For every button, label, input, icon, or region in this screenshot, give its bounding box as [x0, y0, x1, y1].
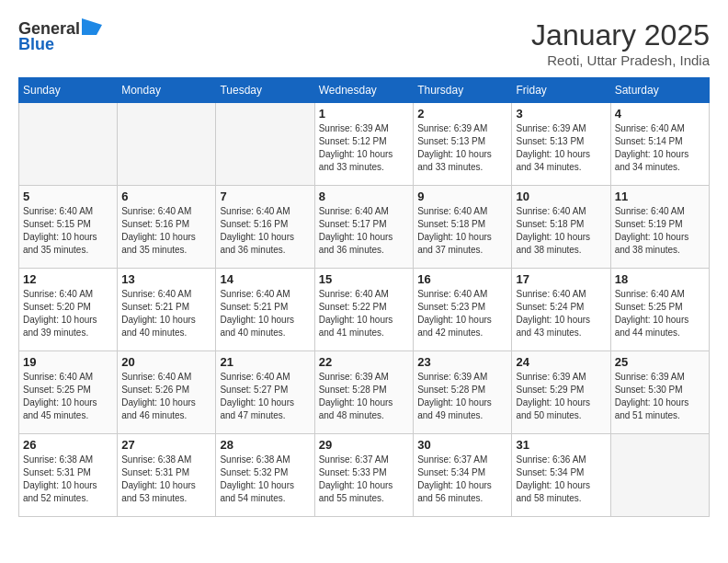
day-number: 8: [319, 190, 410, 203]
day-number: 6: [121, 190, 211, 203]
day-number: 23: [417, 355, 507, 369]
day-number: 25: [615, 355, 705, 369]
day-info: Sunrise: 6:40 AM Sunset: 5:16 PM Dayligh…: [220, 205, 310, 257]
day-number: 13: [121, 272, 211, 286]
calendar-cell: 20Sunrise: 6:40 AM Sunset: 5:26 PM Dayli…: [118, 351, 216, 434]
day-info: Sunrise: 6:38 AM Sunset: 5:32 PM Dayligh…: [220, 454, 310, 505]
day-info: Sunrise: 6:39 AM Sunset: 5:28 PM Dayligh…: [417, 371, 507, 422]
calendar-header-wednesday: Wednesday: [314, 78, 414, 103]
calendar-cell: 9Sunrise: 6:40 AM Sunset: 5:18 PM Daylig…: [414, 186, 512, 269]
day-number: 27: [121, 438, 211, 452]
calendar-header-tuesday: Tuesday: [216, 78, 314, 103]
calendar-cell: 18Sunrise: 6:40 AM Sunset: 5:25 PM Dayli…: [610, 269, 709, 351]
calendar-cell: 10Sunrise: 6:40 AM Sunset: 5:18 PM Dayli…: [512, 186, 610, 269]
month-title: January 2025: [531, 18, 710, 52]
day-number: 30: [417, 438, 507, 452]
day-info: Sunrise: 6:39 AM Sunset: 5:28 PM Dayligh…: [319, 371, 410, 422]
day-number: 4: [615, 107, 705, 121]
calendar-cell: [118, 103, 216, 186]
calendar-cell: 4Sunrise: 6:40 AM Sunset: 5:14 PM Daylig…: [610, 103, 709, 186]
svg-marker-0: [82, 18, 102, 35]
calendar-cell: 31Sunrise: 6:36 AM Sunset: 5:34 PM Dayli…: [512, 434, 610, 517]
calendar-cell: [610, 434, 709, 517]
day-number: 7: [220, 190, 310, 203]
day-info: Sunrise: 6:39 AM Sunset: 5:13 PM Dayligh…: [417, 122, 507, 174]
calendar-cell: 5Sunrise: 6:40 AM Sunset: 5:15 PM Daylig…: [19, 186, 118, 269]
day-info: Sunrise: 6:38 AM Sunset: 5:31 PM Dayligh…: [23, 454, 113, 505]
calendar-cell: 23Sunrise: 6:39 AM Sunset: 5:28 PM Dayli…: [414, 351, 512, 434]
day-info: Sunrise: 6:40 AM Sunset: 5:16 PM Dayligh…: [121, 205, 211, 257]
calendar-cell: 22Sunrise: 6:39 AM Sunset: 5:28 PM Dayli…: [314, 351, 414, 434]
day-info: Sunrise: 6:37 AM Sunset: 5:33 PM Dayligh…: [319, 454, 410, 505]
calendar-cell: 30Sunrise: 6:37 AM Sunset: 5:34 PM Dayli…: [414, 434, 512, 517]
day-info: Sunrise: 6:40 AM Sunset: 5:18 PM Dayligh…: [516, 205, 606, 257]
day-number: 31: [516, 438, 606, 452]
calendar-week-4: 26Sunrise: 6:38 AM Sunset: 5:31 PM Dayli…: [19, 434, 710, 517]
location-subtitle: Reoti, Uttar Pradesh, India: [531, 52, 710, 68]
day-number: 14: [220, 272, 310, 286]
day-info: Sunrise: 6:40 AM Sunset: 5:21 PM Dayligh…: [220, 288, 310, 339]
day-number: 2: [417, 107, 507, 121]
day-info: Sunrise: 6:40 AM Sunset: 5:24 PM Dayligh…: [516, 288, 606, 339]
calendar-week-2: 12Sunrise: 6:40 AM Sunset: 5:20 PM Dayli…: [19, 269, 710, 351]
day-number: 10: [516, 190, 606, 203]
day-info: Sunrise: 6:40 AM Sunset: 5:20 PM Dayligh…: [23, 288, 113, 339]
day-info: Sunrise: 6:38 AM Sunset: 5:31 PM Dayligh…: [121, 454, 211, 505]
calendar-week-3: 19Sunrise: 6:40 AM Sunset: 5:25 PM Dayli…: [19, 351, 710, 434]
day-number: 19: [23, 355, 113, 369]
calendar-cell: 15Sunrise: 6:40 AM Sunset: 5:22 PM Dayli…: [314, 269, 414, 351]
calendar-cell: 13Sunrise: 6:40 AM Sunset: 5:21 PM Dayli…: [118, 269, 216, 351]
day-info: Sunrise: 6:40 AM Sunset: 5:18 PM Dayligh…: [417, 205, 507, 257]
day-info: Sunrise: 6:37 AM Sunset: 5:34 PM Dayligh…: [417, 454, 507, 505]
calendar-cell: 25Sunrise: 6:39 AM Sunset: 5:30 PM Dayli…: [610, 351, 709, 434]
day-info: Sunrise: 6:40 AM Sunset: 5:19 PM Dayligh…: [615, 205, 705, 257]
calendar-cell: 29Sunrise: 6:37 AM Sunset: 5:33 PM Dayli…: [314, 434, 414, 517]
calendar-header-monday: Monday: [118, 78, 216, 103]
day-info: Sunrise: 6:40 AM Sunset: 5:17 PM Dayligh…: [319, 205, 410, 257]
day-info: Sunrise: 6:40 AM Sunset: 5:25 PM Dayligh…: [23, 371, 113, 422]
calendar-cell: 26Sunrise: 6:38 AM Sunset: 5:31 PM Dayli…: [19, 434, 118, 517]
day-info: Sunrise: 6:40 AM Sunset: 5:14 PM Dayligh…: [615, 122, 705, 174]
calendar-cell: 1Sunrise: 6:39 AM Sunset: 5:12 PM Daylig…: [314, 103, 414, 186]
calendar-cell: 27Sunrise: 6:38 AM Sunset: 5:31 PM Dayli…: [118, 434, 216, 517]
calendar-cell: 17Sunrise: 6:40 AM Sunset: 5:24 PM Dayli…: [512, 269, 610, 351]
day-number: 11: [615, 190, 705, 203]
day-number: 24: [516, 355, 606, 369]
page-header: General Blue January 2025 Reoti, Uttar P…: [18, 18, 710, 68]
calendar-table: SundayMondayTuesdayWednesdayThursdayFrid…: [18, 77, 710, 517]
day-number: 26: [23, 438, 113, 452]
calendar-cell: 2Sunrise: 6:39 AM Sunset: 5:13 PM Daylig…: [414, 103, 512, 186]
day-info: Sunrise: 6:39 AM Sunset: 5:12 PM Dayligh…: [319, 122, 410, 174]
logo-bird-icon: [82, 18, 102, 35]
calendar-cell: 3Sunrise: 6:39 AM Sunset: 5:13 PM Daylig…: [512, 103, 610, 186]
calendar-cell: 6Sunrise: 6:40 AM Sunset: 5:16 PM Daylig…: [118, 186, 216, 269]
day-number: 9: [417, 190, 507, 203]
day-info: Sunrise: 6:40 AM Sunset: 5:27 PM Dayligh…: [220, 371, 310, 422]
calendar-header-thursday: Thursday: [414, 78, 512, 103]
logo-text: General Blue: [18, 18, 102, 54]
day-info: Sunrise: 6:40 AM Sunset: 5:22 PM Dayligh…: [319, 288, 410, 339]
calendar-cell: 8Sunrise: 6:40 AM Sunset: 5:17 PM Daylig…: [314, 186, 414, 269]
calendar-week-1: 5Sunrise: 6:40 AM Sunset: 5:15 PM Daylig…: [19, 186, 710, 269]
calendar-header-row: SundayMondayTuesdayWednesdayThursdayFrid…: [19, 78, 710, 103]
day-info: Sunrise: 6:40 AM Sunset: 5:23 PM Dayligh…: [417, 288, 507, 339]
calendar-cell: 19Sunrise: 6:40 AM Sunset: 5:25 PM Dayli…: [19, 351, 118, 434]
calendar-cell: [216, 103, 314, 186]
title-block: January 2025 Reoti, Uttar Pradesh, India: [531, 18, 710, 68]
calendar-cell: 11Sunrise: 6:40 AM Sunset: 5:19 PM Dayli…: [610, 186, 709, 269]
calendar-cell: 14Sunrise: 6:40 AM Sunset: 5:21 PM Dayli…: [216, 269, 314, 351]
day-info: Sunrise: 6:39 AM Sunset: 5:29 PM Dayligh…: [516, 371, 606, 422]
day-number: 5: [23, 190, 113, 203]
calendar-cell: 24Sunrise: 6:39 AM Sunset: 5:29 PM Dayli…: [512, 351, 610, 434]
calendar-header-friday: Friday: [512, 78, 610, 103]
day-info: Sunrise: 6:40 AM Sunset: 5:15 PM Dayligh…: [23, 205, 113, 257]
day-number: 12: [23, 272, 113, 286]
day-number: 29: [319, 438, 410, 452]
calendar-header-saturday: Saturday: [610, 78, 709, 103]
day-info: Sunrise: 6:40 AM Sunset: 5:26 PM Dayligh…: [121, 371, 211, 422]
calendar-cell: 16Sunrise: 6:40 AM Sunset: 5:23 PM Dayli…: [414, 269, 512, 351]
day-info: Sunrise: 6:39 AM Sunset: 5:30 PM Dayligh…: [615, 371, 705, 422]
day-number: 20: [121, 355, 211, 369]
day-number: 28: [220, 438, 310, 452]
calendar-week-0: 1Sunrise: 6:39 AM Sunset: 5:12 PM Daylig…: [19, 103, 710, 186]
